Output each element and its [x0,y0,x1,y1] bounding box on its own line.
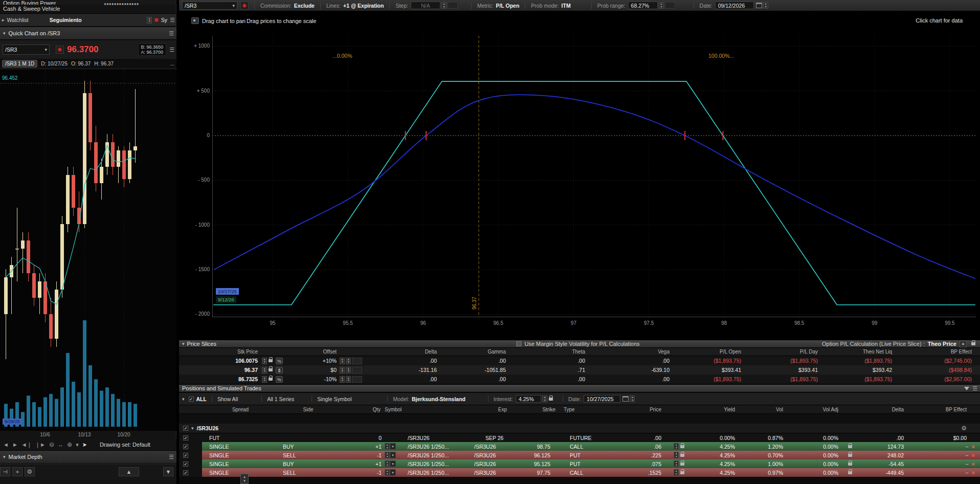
pos-symbol[interactable]: /SR3U26 1/250... [407,470,473,476]
row-checkbox[interactable]: ✓ [183,453,188,458]
quick-chart-menu-icon[interactable]: ☰ [169,30,173,37]
lock-icon[interactable] [269,378,273,381]
chevron-down-icon[interactable]: ▾ [191,426,194,431]
slice-column-theta[interactable]: Theta [511,349,590,355]
pos-column-side[interactable]: Side [279,407,338,412]
row-checkbox[interactable]: ✓ [183,444,188,449]
margin-vol-option[interactable]: Use Margin Style Volatility for P/L Calc… [516,341,639,347]
filter-funnel-icon[interactable] [964,387,969,390]
jump-start-icon[interactable]: ◄❘ [21,442,32,448]
metric-value[interactable]: P/L Open [496,3,519,9]
slice-offset[interactable]: $0 [308,367,339,373]
calc-value[interactable]: Theo Price [928,341,956,347]
expand-up-button[interactable]: ▲ [119,467,139,476]
vol-adj-value[interactable]: 0.00% [790,452,847,458]
lock-icon[interactable] [680,471,684,474]
dropdown-icon[interactable]: ▾ [390,460,396,467]
quick-chart[interactable] [0,70,176,431]
qty-value[interactable]: +1 [338,461,384,467]
risk-profile-chart[interactable]: 96.37 [212,36,976,317]
commission-value[interactable]: Exclude [294,3,315,9]
slice-column-gamma[interactable]: Gamma [442,349,511,355]
price-slices-header[interactable]: ▾ Price Slices Use Margin Style Volatili… [179,340,980,348]
lock-icon[interactable] [848,454,852,457]
position-row-98-75[interactable]: ✓SINGLEBUY+1▴▾▾/SR3U26 1/250.../SR3U2698… [179,442,980,451]
dock-icon[interactable]: ⊣ [0,467,10,476]
price-value[interactable]: .075 [611,461,673,467]
vol-adj-value[interactable]: 0.00% [790,461,847,467]
group-checkbox[interactable]: ✓ [183,426,188,431]
qty-value[interactable]: -1 [338,470,384,476]
interest-stepper[interactable]: ▴▾ [542,395,547,402]
chevron-down-icon[interactable]: ▾ [3,31,6,36]
stepper-icon[interactable]: ▴▾ [385,443,390,450]
offset-unit-badge[interactable]: % [276,376,283,383]
series-filter[interactable]: All 1 Series [267,396,294,402]
pos-column-symbol[interactable]: Symbol [384,407,473,412]
slice-column-theo-net-liq[interactable]: Theo Net Liq [823,349,897,355]
pos-column-price[interactable]: Price [611,407,673,412]
slice-stk-price[interactable]: 106.0075 [179,358,261,364]
symbol-menu-icon[interactable]: ☰ [169,47,174,53]
prob-range-input[interactable]: 68.27% [628,2,658,9]
offset-unit-badge[interactable]: % [276,358,283,364]
timeframe-badge[interactable]: /SR3 1 M 1D [2,60,37,68]
current-date-tag[interactable]: 10/27/25 [216,288,239,295]
slice-offset[interactable]: -10% [308,376,339,382]
link-color-icon[interactable] [154,18,159,22]
prob-range-stepper[interactable]: ▴▾ [659,2,664,9]
date-input[interactable]: 09/12/2026 [715,2,754,9]
pos-symbol[interactable]: /SR3U26 1/250... [407,444,473,450]
qty-value[interactable]: -1 [338,452,384,458]
dropdown-icon[interactable]: ▾ [390,452,396,458]
pos-column-bp-effect[interactable]: BP Effect [913,407,980,412]
stepper-icon[interactable]: ▴▾ [674,469,679,476]
step-value[interactable]: N/A [411,2,440,9]
stepper-icon[interactable]: ▴▾ [385,460,390,467]
dropdown-icon[interactable]: ▾ [390,443,396,450]
stepper-icon[interactable]: ▴▾ [346,367,351,373]
slice-column-bp-effect[interactable]: BP Effect [897,349,980,355]
watchlist-selector[interactable]: Seguimiento [50,17,82,23]
link-button[interactable] [56,46,64,54]
row-checkbox[interactable]: ✓ [183,435,188,441]
positions-date-stepper[interactable]: ▴▾ [630,395,635,402]
expiration-date-tag[interactable]: 9/12/26 [216,296,236,303]
step-stepper[interactable]: ▴▾ [441,2,447,9]
market-depth-header[interactable]: ▾ Market Depth ☰ [0,450,176,464]
model-value[interactable]: Bjerksund-Stensland [412,396,465,402]
slice-column-p-l-day[interactable]: P/L Day [746,349,823,355]
candlestick-chart[interactable] [0,70,176,431]
price-value[interactable]: .1525 [611,470,673,476]
pos-column-spread[interactable]: Spread [202,407,279,412]
symbol-dropdown[interactable]: /SR3 ▾ [3,45,50,55]
remove-trade-button[interactable]: × [972,452,975,458]
qty-value[interactable]: +1 [338,444,384,450]
vol-value[interactable]: 0.70% [739,452,790,458]
margin-vol-checkbox[interactable] [516,341,521,346]
gear-icon[interactable]: ⚙ [25,467,35,476]
lock-icon[interactable] [680,454,684,457]
symbol-dropdown[interactable]: /SR3 ▾ [182,2,237,10]
link-button[interactable] [240,2,249,10]
stepper-icon[interactable]: ▴▾ [262,367,267,373]
calendar-icon[interactable] [622,396,629,402]
lock-icon[interactable] [848,471,852,474]
stepper-icon[interactable]: ▴▾ [385,469,390,476]
lines-value[interactable]: +1 @ Expiration [343,3,384,9]
remove-trade-button[interactable]: × [972,461,975,467]
add-icon[interactable]: + [12,467,23,476]
remove-trade-button[interactable]: × [972,444,975,450]
pos-column-yield[interactable]: Yield [703,407,739,412]
slice-stk-price[interactable]: 96.37 [179,367,261,373]
symbol-filter[interactable]: Single Symbol [317,396,351,402]
show-all-filter[interactable]: Show All [217,396,238,402]
all-checkbox[interactable]: ✓ [189,397,194,402]
date-stepper[interactable]: ▴▾ [763,2,768,9]
slice-column-stk-price[interactable]: Stk Price [179,349,261,355]
positions-group-row[interactable]: ✓ ▾ /SR3U26 ⚙ [179,424,980,433]
stepper-icon[interactable]: ▴▾ [346,358,351,364]
pos-column-delta[interactable]: Delta [857,407,913,412]
lock-icon[interactable] [680,445,684,448]
vol-value[interactable]: 0.87% [739,435,790,441]
